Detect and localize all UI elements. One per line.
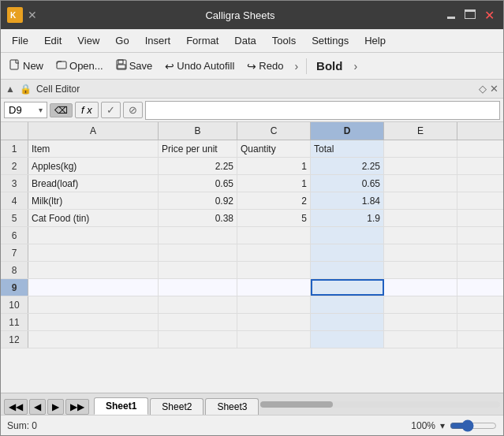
- tab-sheet1[interactable]: Sheet1: [94, 397, 148, 415]
- col-header-d[interactable]: D: [311, 122, 384, 140]
- cell-d8[interactable]: [311, 262, 384, 278]
- menu-item-insert[interactable]: Insert: [137, 32, 179, 50]
- cell-e4[interactable]: [384, 192, 457, 209]
- menu-item-edit[interactable]: Edit: [36, 32, 69, 50]
- cell-c6[interactable]: [237, 227, 311, 244]
- cell-d4[interactable]: 1.84: [311, 192, 384, 209]
- maximize-button[interactable]: 🗖: [462, 7, 478, 23]
- tab-sheet3[interactable]: Sheet3: [205, 398, 259, 415]
- cell-b6[interactable]: [159, 227, 237, 244]
- cell-a1[interactable]: Item: [28, 140, 159, 157]
- cell-e6[interactable]: [384, 227, 457, 244]
- cell-b9[interactable]: [159, 279, 237, 296]
- cell-c8[interactable]: [237, 262, 311, 278]
- col-header-e[interactable]: E: [384, 122, 457, 140]
- col-header-c[interactable]: C: [237, 122, 311, 140]
- cell-c12[interactable]: [237, 331, 311, 348]
- col-header-b[interactable]: B: [159, 122, 237, 140]
- open-button[interactable]: Open...: [50, 57, 109, 75]
- minimize-button[interactable]: 🗕: [443, 7, 459, 23]
- menu-item-format[interactable]: Format: [178, 32, 226, 50]
- toolbar-more-end[interactable]: ›: [349, 58, 361, 75]
- formula-delete-button[interactable]: ⌫: [50, 103, 73, 117]
- cell-b5[interactable]: 0.38: [159, 210, 237, 226]
- menu-item-settings[interactable]: Settings: [304, 32, 357, 50]
- cell-d12[interactable]: [311, 331, 384, 348]
- formula-input[interactable]: [145, 101, 500, 120]
- zoom-dropdown-icon[interactable]: ▾: [440, 420, 445, 431]
- menu-item-file[interactable]: File: [4, 32, 36, 50]
- cell-d3[interactable]: 0.65: [311, 175, 384, 192]
- cell-c11[interactable]: [237, 314, 311, 330]
- cell-b12[interactable]: [159, 331, 237, 348]
- tab-nav-next[interactable]: ▶: [47, 399, 64, 415]
- redo-button[interactable]: ↪ Redo: [241, 58, 289, 75]
- tab-nav-last[interactable]: ▶▶: [65, 399, 89, 415]
- formula-fx-button[interactable]: f x: [75, 102, 99, 118]
- tab-nav-first[interactable]: ◀◀: [4, 399, 28, 415]
- cell-e2[interactable]: [384, 158, 457, 174]
- cell-a12[interactable]: [28, 331, 159, 348]
- cell-d2[interactable]: 2.25: [311, 158, 384, 174]
- formula-confirm-button[interactable]: ✓: [101, 102, 121, 118]
- cell-b4[interactable]: 0.92: [159, 192, 237, 209]
- cell-e3[interactable]: [384, 175, 457, 192]
- cell-e9[interactable]: [384, 279, 457, 296]
- menu-item-go[interactable]: Go: [107, 32, 136, 50]
- toolbar-more-right[interactable]: ›: [290, 58, 302, 75]
- cell-a2[interactable]: Apples(kg): [28, 158, 159, 174]
- col-header-a[interactable]: A: [28, 122, 159, 140]
- close-button[interactable]: ✕: [481, 7, 497, 23]
- cell-a4[interactable]: Milk(ltr): [28, 192, 159, 209]
- cell-b2[interactable]: 2.25: [159, 158, 237, 174]
- cell-a6[interactable]: [28, 227, 159, 244]
- menu-item-tools[interactable]: Tools: [264, 32, 304, 50]
- cell-a3[interactable]: Bread(loaf): [28, 175, 159, 192]
- cell-a11[interactable]: [28, 314, 159, 330]
- cell-e1[interactable]: [384, 140, 457, 157]
- cell-c5[interactable]: 5: [237, 210, 311, 226]
- menu-item-data[interactable]: Data: [226, 32, 263, 50]
- cell-d9[interactable]: [311, 279, 384, 296]
- cell-d5[interactable]: 1.9: [311, 210, 384, 226]
- save-button[interactable]: Save: [110, 57, 159, 75]
- zoom-slider[interactable]: [450, 419, 497, 432]
- cell-a8[interactable]: [28, 262, 159, 278]
- cell-e7[interactable]: [384, 244, 457, 261]
- cell-c10[interactable]: [237, 296, 311, 313]
- cell-c3[interactable]: 1: [237, 175, 311, 192]
- cell-b11[interactable]: [159, 314, 237, 330]
- menu-item-view[interactable]: View: [69, 32, 107, 50]
- cell-a9[interactable]: [28, 279, 159, 296]
- cell-b3[interactable]: 0.65: [159, 175, 237, 192]
- cell-d1[interactable]: Total: [311, 140, 384, 157]
- cell-c1[interactable]: Quantity: [237, 140, 311, 157]
- cell-c9[interactable]: [237, 279, 311, 296]
- cell-b10[interactable]: [159, 296, 237, 313]
- tab-scrollbar[interactable]: [260, 401, 500, 408]
- cell-b8[interactable]: [159, 262, 237, 278]
- cell-b7[interactable]: [159, 244, 237, 261]
- cell-editor-close-icon[interactable]: ✕: [490, 83, 498, 95]
- undo-button[interactable]: ↩ Undo Autofill: [159, 58, 240, 75]
- bold-button[interactable]: Bold: [311, 57, 348, 75]
- cell-d7[interactable]: [311, 244, 384, 261]
- cell-e10[interactable]: [384, 296, 457, 313]
- cell-b1[interactable]: Price per unit: [159, 140, 237, 157]
- cell-c4[interactable]: 2: [237, 192, 311, 209]
- cell-e5[interactable]: [384, 210, 457, 226]
- tab-nav-prev[interactable]: ◀: [29, 399, 46, 415]
- cell-e11[interactable]: [384, 314, 457, 330]
- cell-d6[interactable]: [311, 227, 384, 244]
- cell-a10[interactable]: [28, 296, 159, 313]
- cell-a5[interactable]: Cat Food (tin): [28, 210, 159, 226]
- cell-c2[interactable]: 1: [237, 158, 311, 174]
- cell-reference-box[interactable]: D9 ▾: [4, 102, 47, 118]
- menu-item-help[interactable]: Help: [357, 32, 394, 50]
- cell-a7[interactable]: [28, 244, 159, 261]
- cell-e12[interactable]: [384, 331, 457, 348]
- cell-c7[interactable]: [237, 244, 311, 261]
- new-button[interactable]: New: [4, 57, 49, 75]
- cell-d10[interactable]: [311, 296, 384, 313]
- tab-sheet2[interactable]: Sheet2: [150, 398, 203, 415]
